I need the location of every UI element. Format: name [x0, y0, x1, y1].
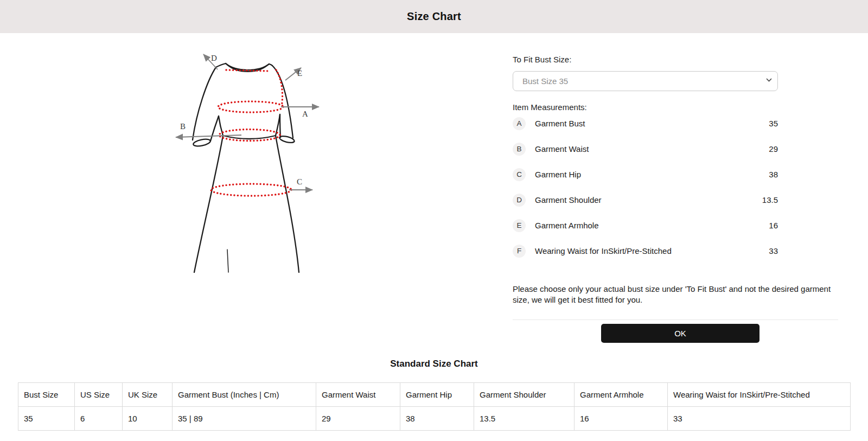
size-table-cell: 10 [123, 407, 173, 431]
size-table-cell: 35 | 89 [173, 407, 316, 431]
standard-size-chart-table: Bust SizeUS SizeUK SizeGarment Bust (Inc… [18, 382, 851, 431]
measurement-row: CGarment Hip38 [513, 162, 778, 187]
panel-divider [513, 319, 838, 320]
measurement-row: BGarment Waist29 [513, 136, 778, 162]
size-table-column-header: Garment Shoulder [474, 383, 575, 407]
measurement-letter-badge: B [513, 143, 526, 156]
dress-diagram-container: D E A B C [165, 48, 323, 273]
size-table-cell: 29 [316, 407, 400, 431]
fit-panel: To Fit Bust Size: Bust Size 35 Item Meas… [513, 52, 838, 347]
measurement-label: Wearing Waist for InSkirt/Pre-Stitched [535, 246, 672, 255]
measurement-row: DGarment Shoulder13.5 [513, 187, 778, 213]
measurement-value: 35 [769, 119, 778, 128]
size-table-body: 3561035 | 89293813.51633 [18, 407, 851, 431]
measurement-letter-badge: F [513, 245, 526, 258]
size-table-column-header: Bust Size [18, 383, 75, 407]
size-table-column-header: Garment Hip [400, 383, 474, 407]
measurement-list: AGarment Bust35BGarment Waist29CGarment … [513, 111, 778, 264]
size-table-column-header: US Size [75, 383, 123, 407]
dress-measurement-diagram: D E A B C [165, 48, 323, 273]
measurement-label: Garment Hip [535, 170, 581, 179]
dress-outline [193, 63, 299, 272]
size-table-cell: 35 [18, 407, 75, 431]
measurement-letter-badge: C [513, 168, 526, 181]
bust-size-select-wrap: Bust Size 35 [513, 71, 778, 91]
size-table-column-header: Garment Bust (Inches | Cm) [173, 383, 316, 407]
size-table-column-header: Garment Waist [316, 383, 400, 407]
measurement-value: 13.5 [762, 195, 778, 204]
diagram-label-e: E [297, 69, 302, 78]
header-bar: Size Chart [0, 0, 868, 33]
measurement-label: Garment Shoulder [535, 195, 602, 204]
size-table-cell: 16 [575, 407, 668, 431]
measurement-row: EGarment Armhole16 [513, 213, 778, 238]
measurement-letter-badge: A [513, 117, 526, 130]
ok-button[interactable]: OK [601, 324, 760, 343]
measurement-value: 16 [769, 221, 778, 230]
measurement-letter-badge: D [513, 194, 526, 207]
size-table-cell: 33 [668, 407, 851, 431]
measurement-value: 29 [769, 144, 778, 154]
size-table-header-row: Bust SizeUS SizeUK SizeGarment Bust (Inc… [18, 383, 851, 407]
measurement-row: AGarment Bust35 [513, 111, 778, 136]
measurement-label: Garment Bust [535, 119, 585, 128]
measurement-dotted-marks [211, 70, 291, 196]
to-fit-bust-size-label: To Fit Bust Size: [513, 55, 571, 64]
measurement-row: FWearing Waist for InSkirt/Pre-Stitched3… [513, 238, 778, 264]
diagram-label-a: A [302, 110, 308, 118]
measurement-label: Garment Armhole [535, 221, 599, 230]
measurement-letter-badge: E [513, 219, 526, 232]
bust-size-select[interactable]: Bust Size 35 [513, 71, 778, 91]
size-table-column-header: Wearing Waist for InSkirt/Pre-Stitched [668, 383, 851, 407]
measurement-label: Garment Waist [535, 144, 589, 154]
size-table-column-header: UK Size [123, 383, 173, 407]
fit-note-text: Please choose only your actual bust size… [513, 284, 838, 305]
measurement-value: 38 [769, 170, 778, 179]
size-table-row: 3561035 | 89293813.51633 [18, 407, 851, 431]
measurement-value: 33 [769, 246, 778, 255]
size-table-cell: 6 [75, 407, 123, 431]
size-table-cell: 38 [400, 407, 474, 431]
diagram-label-b: B [180, 122, 186, 131]
size-table-cell: 13.5 [474, 407, 575, 431]
diagram-label-d: D [211, 54, 217, 62]
size-table-column-header: Garment Armhole [575, 383, 668, 407]
diagram-label-c: C [297, 177, 302, 186]
page-title: Size Chart [407, 10, 461, 23]
standard-size-chart-title: Standard Size Chart [0, 359, 868, 369]
